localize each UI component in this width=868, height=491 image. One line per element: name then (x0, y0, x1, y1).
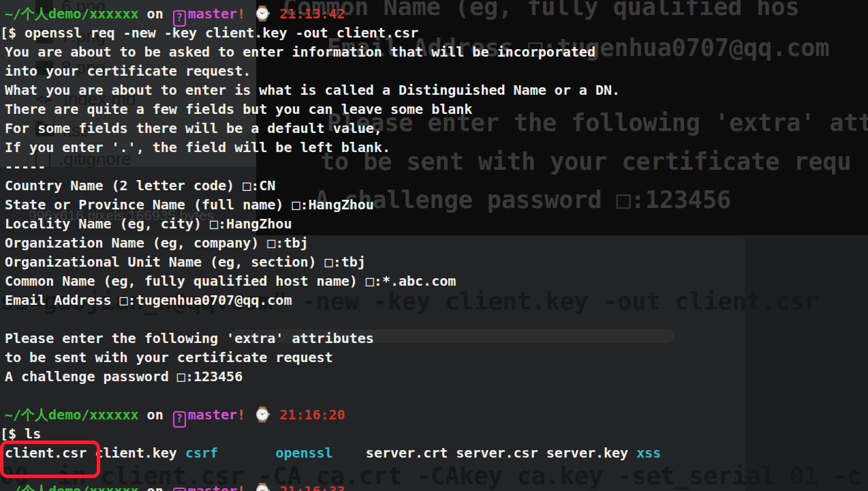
terminal-line: into your certificate request. (5, 61, 251, 80)
prompt-path: ~/个人demo/xxxxxx (5, 5, 139, 22)
terminal-text: Country Name (2 letter code) □:CN (5, 177, 275, 194)
terminal-text: Common Name (eg, fully qualified host na… (5, 273, 456, 289)
terminal-line: Locality Name (eg, city) □:HangZhou (5, 214, 292, 233)
prompt-timestamp: 21:13:42 (279, 5, 345, 22)
terminal-text: Organization Name (eg, company) □:tbj (5, 235, 309, 251)
git-branch-question-icon: ? (173, 411, 186, 428)
clock-watch-icon: ⌚ (253, 483, 271, 491)
terminal-line: [$ openssl req -new -key client.key -out… (0, 23, 418, 42)
terminal-line: to be sent with your certificate request (5, 348, 333, 367)
clock-watch-icon: ⌚ (253, 406, 271, 423)
git-branch-name: master (188, 5, 237, 22)
terminal-line: State or Province Name (full name) □:Han… (5, 195, 374, 214)
terminal-text: into your certificate request. (5, 63, 251, 79)
terminal-line: For some fields there will be a default … (5, 119, 382, 138)
terminal-text: For some fields there will be a default … (5, 120, 382, 136)
terminal-text (271, 406, 279, 423)
terminal-line: A challenge password □:123456 (5, 367, 243, 386)
terminal-text (333, 445, 366, 461)
terminal-text: on (139, 483, 172, 491)
git-branch-name: master (188, 406, 237, 423)
terminal-line: ----- (5, 157, 46, 176)
background-ghost-line: to be sent with your certificate requ (320, 148, 852, 175)
terminal-text: You are about to be asked to enter infor… (5, 44, 595, 60)
directory-name: xss (636, 445, 661, 461)
terminal-line: Email Address □:tugenhua0707@qq.com (5, 291, 292, 310)
terminal-text: Locality Name (eg, city) □:HangZhou (5, 215, 292, 232)
prompt-timestamp: 21:16:33 (279, 483, 345, 491)
terminal-line: Country Name (2 letter code) □:CN (5, 176, 275, 195)
terminal-line: If you enter '.', the field will be left… (5, 138, 390, 157)
terminal-line: Common Name (eg, fully qualified host na… (5, 271, 456, 291)
terminal-line: Please enter the following 'extra' attri… (5, 329, 374, 348)
background-ghost-line: A challenge password □:123456 (315, 186, 731, 213)
git-branch-name: master (188, 483, 237, 491)
terminal-text: server.crt server.csr server.key (366, 445, 636, 461)
terminal-text: There are quite a few fields but you can… (5, 101, 472, 117)
terminal-line: ~/个人demo/xxxxxx on ?master! ⌚ 21:16:33 (5, 481, 345, 491)
terminal-text: ----- (5, 158, 46, 175)
directory-name: csrf (185, 445, 218, 461)
prompt-path: ~/个人demo/xxxxxx (5, 406, 139, 423)
terminal-line: You are about to be asked to enter infor… (5, 42, 595, 61)
prompt-path: ~/个人demo/xxxxxx (5, 483, 139, 491)
terminal-line: client.csr client.key csrf openssl serve… (5, 443, 661, 462)
terminal-text: ! (237, 483, 253, 491)
terminal-text: to be sent with your certificate request (5, 349, 333, 366)
clock-watch-icon: ⌚ (253, 5, 271, 22)
terminal-line: ~/个人demo/xxxxxx on ?master! ⌚ 21:16:20 (5, 405, 345, 428)
terminal-text: If you enter '.', the field will be left… (5, 139, 390, 155)
terminal-text: What you are about to enter is what is c… (5, 82, 620, 98)
directory-name: openssl (275, 445, 332, 461)
terminal-text: Email Address □:tugenhua0707@qq.com (5, 292, 292, 308)
terminal-text: A challenge password □:123456 (5, 368, 243, 385)
terminal-text: on (139, 406, 172, 423)
terminal-line: What you are about to enter is what is c… (5, 80, 620, 100)
terminal-line: There are quite a few fields but you can… (5, 100, 472, 119)
terminal-text (271, 5, 279, 22)
terminal-screen[interactable]: 6.png7.png8.png<>index.mdxss.gitignore 9… (0, 0, 868, 491)
background-right-strip (745, 235, 868, 491)
background-ghost-line: Common Name (eg, fully qualified hos (283, 0, 800, 20)
terminal-text (218, 445, 275, 461)
prompt-timestamp: 21:16:20 (279, 406, 345, 423)
terminal-text: Organizational Unit Name (eg, section) □… (5, 254, 366, 270)
terminal-line: Organization Name (eg, company) □:tbj (5, 233, 309, 252)
annotation-highlight-box (0, 441, 100, 478)
terminal-text: Please enter the following 'extra' attri… (5, 330, 374, 346)
terminal-text: on (139, 5, 172, 22)
terminal-text (271, 483, 279, 491)
terminal-text: [$ openssl req -new -key client.key -out… (0, 25, 418, 41)
terminal-text: ! (237, 5, 253, 22)
terminal-text: [$ ls (0, 426, 41, 442)
terminal-text: ! (237, 406, 253, 423)
git-branch-question-icon: ? (173, 488, 186, 491)
terminal-line: Organizational Unit Name (eg, section) □… (5, 252, 366, 271)
terminal-text: State or Province Name (full name) □:Han… (5, 196, 374, 213)
